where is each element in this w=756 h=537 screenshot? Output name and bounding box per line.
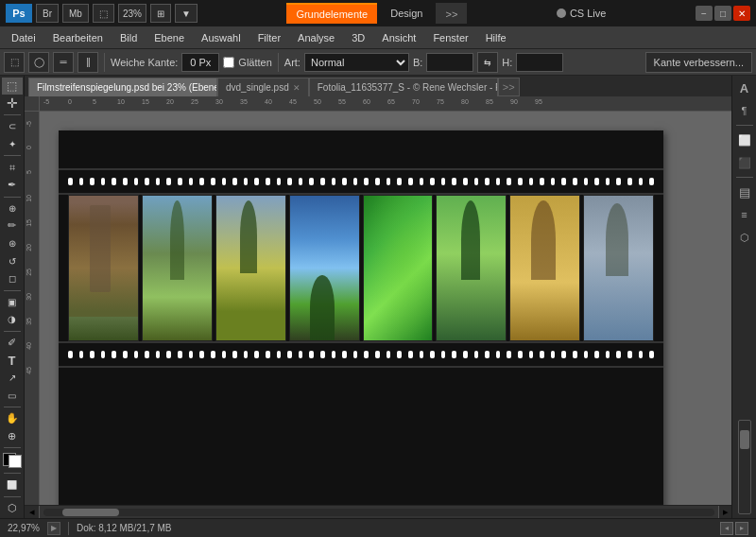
- window-controls: − □ ✕: [696, 6, 750, 21]
- menu-fenster[interactable]: Fenster: [425, 27, 475, 48]
- rp-paths[interactable]: ⬡: [734, 227, 755, 248]
- background-color[interactable]: [9, 455, 22, 468]
- tool-crop[interactable]: ⌗: [2, 159, 23, 176]
- right-scroll-thumb[interactable]: [740, 430, 749, 449]
- tool-magic-wand[interactable]: ✦: [2, 136, 23, 153]
- marquee-col-icon[interactable]: ‖: [77, 52, 98, 73]
- color-swatches[interactable]: [3, 453, 22, 468]
- tool-marquee[interactable]: ⬚: [2, 78, 23, 95]
- menu-hilfe[interactable]: Hilfe: [478, 27, 514, 48]
- ps-logo: Ps: [6, 4, 32, 23]
- marquee-rect-icon[interactable]: ⬚: [4, 52, 25, 73]
- minimize-button[interactable]: −: [696, 6, 713, 21]
- menu-3d[interactable]: 3D: [344, 27, 372, 48]
- tool-pen[interactable]: ✐: [2, 335, 23, 352]
- marquee-ellipse-icon[interactable]: ◯: [28, 52, 49, 73]
- tool-move[interactable]: ✛: [2, 95, 23, 113]
- tool-shape[interactable]: ▭: [2, 387, 23, 404]
- arrange-dropdown[interactable]: ▼: [175, 4, 198, 23]
- scroll-right-btn[interactable]: ▸: [718, 506, 731, 519]
- weiche-kante-input[interactable]: [181, 53, 219, 72]
- tab-fotolia[interactable]: Fotolia_11635377_S - © Rene Wechsler - F…: [309, 78, 498, 96]
- tool-screen-mode[interactable]: ⬡: [2, 499, 23, 516]
- tab-more[interactable]: >>: [436, 3, 467, 24]
- tool-gradient[interactable]: ▣: [2, 293, 23, 310]
- tool-eraser[interactable]: ◻: [2, 270, 23, 287]
- film-hole: [387, 178, 391, 185]
- menu-datei[interactable]: Datei: [4, 27, 43, 48]
- zoom-display[interactable]: 23%: [118, 4, 146, 23]
- close-button[interactable]: ✕: [733, 6, 750, 21]
- tool-zoom[interactable]: ⊕: [2, 428, 23, 445]
- menu-ansicht[interactable]: Ansicht: [374, 27, 423, 48]
- rp-channels[interactable]: ≡: [734, 204, 755, 225]
- right-scrollbar[interactable]: [738, 420, 751, 514]
- tool-eyedropper[interactable]: ✒: [2, 177, 23, 194]
- menu-bearbeiten[interactable]: Bearbeiten: [45, 27, 111, 48]
- tab-dvd-single[interactable]: dvd_single.psd ✕: [217, 78, 309, 96]
- mini-bridge-button[interactable]: Mb: [62, 4, 89, 23]
- bridge-button[interactable]: Br: [36, 4, 59, 23]
- tool-lasso[interactable]: ⊂: [2, 118, 23, 135]
- nav-next-btn[interactable]: ▸: [735, 522, 748, 535]
- menu-bild[interactable]: Bild: [112, 27, 145, 48]
- maximize-button[interactable]: □: [714, 6, 731, 21]
- menu-auswahl[interactable]: Auswahl: [194, 27, 249, 48]
- scroll-thumb[interactable]: [62, 509, 119, 516]
- rp-separator-2: [736, 177, 753, 178]
- ruler-mark: 85: [486, 98, 493, 105]
- film-hole: [573, 351, 577, 358]
- film-hole: [408, 351, 413, 358]
- tool-type[interactable]: T: [2, 352, 23, 369]
- arrange-button[interactable]: ⊞: [150, 4, 171, 23]
- rp-paragraph[interactable]: ¶: [734, 100, 755, 121]
- film-hole: [627, 351, 632, 358]
- film-hole: [463, 178, 468, 185]
- menu-filter[interactable]: Filter: [250, 27, 288, 48]
- film-hole: [112, 178, 116, 185]
- tabs-more-button[interactable]: >>: [498, 78, 520, 96]
- tab-filmstreifen[interactable]: Filmstreifenspiegelung.psd bei 23% (Eben…: [28, 78, 217, 96]
- tab-design[interactable]: Design: [379, 3, 434, 24]
- workspace-icon[interactable]: ⬚: [93, 4, 114, 23]
- marquee-row-icon[interactable]: ═: [53, 52, 74, 73]
- b-input[interactable]: [426, 53, 473, 72]
- tab-dvd-close[interactable]: ✕: [293, 83, 301, 93]
- scroll-left-btn[interactable]: ◂: [25, 506, 40, 519]
- horizontal-scrollbar[interactable]: ◂ ▸: [25, 505, 731, 518]
- tool-clone[interactable]: ⊛: [2, 235, 23, 252]
- swap-icon[interactable]: ⇆: [477, 52, 498, 73]
- zoom-indicator-btn[interactable]: ▶: [47, 522, 60, 535]
- nav-prev-btn[interactable]: ◂: [720, 522, 733, 535]
- tool-healing[interactable]: ⊕: [2, 199, 23, 217]
- h-input[interactable]: [516, 53, 563, 72]
- film-hole: [529, 351, 534, 358]
- tool-hand[interactable]: ✋: [2, 410, 23, 427]
- film-hole: [254, 351, 259, 358]
- ruler-mark: 45: [289, 98, 297, 105]
- ruler-mark: 30: [215, 98, 223, 105]
- tool-brush[interactable]: ✏: [2, 217, 23, 234]
- cs-live-label[interactable]: CS Live: [570, 8, 607, 19]
- rp-panel2[interactable]: ⬛: [734, 152, 755, 173]
- rp-character[interactable]: A: [734, 78, 755, 98]
- art-select[interactable]: Normal Festes Verhältnis Feste Größe: [304, 53, 409, 72]
- film-hole: [518, 178, 523, 185]
- tab-grundelemente[interactable]: Grundelemente: [286, 3, 377, 24]
- film-hole: [561, 351, 566, 358]
- glatten-checkbox[interactable]: [223, 57, 234, 68]
- toolbar: ⬚ ✛ ⊂ ✦ ⌗ ✒ ⊕ ✏ ⊛ ↺ ◻ ▣ ◑ ✐ T ↗ ▭ ✋ ⊕ ⬜ …: [0, 76, 25, 518]
- film-hole: [518, 351, 523, 358]
- tool-history[interactable]: ↺: [2, 252, 23, 269]
- tool-path-select[interactable]: ↗: [2, 370, 23, 387]
- menu-analyse[interactable]: Analyse: [290, 27, 342, 48]
- rp-panel1[interactable]: ⬜: [734, 130, 755, 150]
- status-nav: ◂ ▸: [720, 522, 748, 535]
- rp-layers[interactable]: ▤: [734, 182, 755, 202]
- film-hole: [485, 351, 490, 358]
- film-hole: [211, 178, 215, 185]
- menu-ebene[interactable]: Ebene: [146, 27, 192, 48]
- tool-mode-toggle[interactable]: ⬜: [2, 476, 23, 494]
- tool-dodge[interactable]: ◑: [2, 311, 23, 328]
- kante-verbessern-button[interactable]: Kante verbessern...: [645, 52, 752, 73]
